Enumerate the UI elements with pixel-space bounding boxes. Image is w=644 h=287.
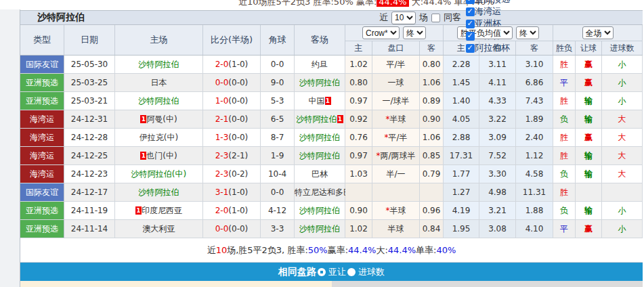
euro-home-odds-cell: 4.05	[444, 110, 479, 129]
table-row: 海湾运24-12-23沙特阿拉伯(中)2-3(0-2)10-4巴林1.03半/一…	[20, 165, 643, 183]
euro-away-odds-cell: 1.88	[516, 202, 553, 220]
euro-draw-odds-cell: 3.30	[479, 165, 516, 183]
subcol-goals: 进球数	[602, 41, 643, 55]
team-name: 澳大利亚	[143, 224, 175, 234]
match-count-select[interactable]: 10	[391, 12, 416, 24]
table-header: 类型 日期 主场 比分(半场) 角球 客场 Crow* 终 胜平负均值 终 全场…	[20, 25, 643, 56]
team-name: 沙特阿拉伯	[299, 206, 340, 215]
euro-home-odds-cell: 1.27	[444, 183, 479, 202]
left-gutter	[0, 9, 20, 287]
halftime-score: (0-2)	[228, 169, 248, 179]
score-cell: 0-0(0-0)	[203, 220, 261, 238]
handicap-result-value: 输	[584, 151, 593, 160]
result-cell: 平	[553, 74, 576, 92]
handicap-text: 半球	[388, 224, 404, 234]
team-name: 沙特阿拉伯	[299, 151, 340, 160]
subcol-asia-away: 客	[420, 41, 444, 55]
euro-away-odds-cell: 11.31	[516, 183, 553, 202]
asia-handicap-radio[interactable]	[318, 268, 326, 276]
halftime-score: (1-0)	[228, 187, 248, 197]
handicap-result-value: 输	[584, 96, 593, 106]
handicap-result-value: 赢	[584, 78, 593, 87]
team-title: 沙特阿拉伯	[20, 12, 85, 24]
competition-checkbox[interactable]	[466, 20, 475, 28]
away-team-cell: 沙特阿拉伯	[295, 202, 345, 220]
competition-checkbox[interactable]	[466, 44, 475, 53]
competition-checkbox[interactable]	[466, 32, 475, 41]
away-team-cell: 约旦	[295, 56, 345, 74]
europe-final-select[interactable]: 终	[516, 26, 539, 39]
asia-home-odds-cell: 0.97	[345, 92, 372, 110]
subcol-handicap: 盘口	[372, 41, 420, 55]
red-card-icon: 1	[140, 115, 146, 123]
competition-checkbox[interactable]	[466, 7, 475, 16]
team-name: 沙特阿拉伯	[139, 96, 179, 106]
halftime-score: (0-0)	[228, 133, 248, 142]
asia-handicap-radio-label: 亚让	[328, 266, 346, 278]
competition-label: 亚洲预选	[475, 0, 510, 5]
league-badge: 海湾运	[20, 110, 64, 129]
handicap-text: 一/球半	[382, 96, 409, 106]
top-stats-line: 近10场胜5平2负3 胜率:50% 赢率:44.4% 大:44.4% 单率:40…	[0, 0, 644, 9]
halftime-score: (0-0)	[228, 224, 248, 234]
euro-draw-odds-cell: 3.08	[479, 220, 516, 238]
col-header-type: 类型	[20, 25, 64, 55]
euro-draw-odds-cell: 4.11	[479, 74, 516, 92]
same-away-checkbox[interactable]	[431, 14, 440, 22]
summary-segment: 10	[216, 245, 228, 255]
asia-home-odds-cell: 1.02	[345, 56, 372, 74]
bottom-strip-right	[332, 281, 643, 287]
goals-value: 大	[618, 114, 626, 124]
asia-away-odds-cell: 1.06	[420, 74, 444, 92]
halftime-score: (1-0)	[228, 206, 248, 215]
table-row: 海湾运24-12-251也门(中)2-3(2-1)1-9沙特阿拉伯0.97*两/…	[20, 147, 643, 165]
handicap-result-cell: 赢	[576, 74, 602, 92]
team-name: 巴林	[312, 169, 328, 179]
away-team-cell: 沙特阿拉伯1	[295, 110, 345, 129]
asia-final-select[interactable]: 终	[403, 26, 426, 39]
competition-label: 海湾运	[475, 5, 501, 18]
asia-away-odds-cell	[420, 183, 444, 202]
euro-away-odds-cell: 2.40	[516, 129, 553, 147]
score-cell: 1-0(0-0)	[203, 92, 261, 110]
euro-home-odds-cell: 1.95	[444, 220, 479, 238]
handicap-text: 半球	[390, 206, 406, 215]
result-value: 负	[560, 206, 568, 215]
top-stats-segment: 近10场胜5平2负3 胜率:50% 赢率:	[238, 0, 377, 7]
league-badge: 亚洲预选	[20, 220, 64, 238]
euro-away-odds-cell: 4.10	[516, 220, 553, 238]
red-card-icon: 1	[140, 152, 146, 160]
bookmaker-select[interactable]: Crow*	[362, 26, 400, 39]
result-value: 平	[560, 224, 568, 234]
competition-checkbox[interactable]	[466, 0, 475, 4]
euro-draw-odds-cell: 3.21	[479, 202, 516, 220]
handicap-result-cell: 输	[576, 165, 602, 183]
score-cell: 2-0(1-0)	[203, 56, 261, 74]
team-name: 印度尼西亚	[142, 206, 182, 215]
handicap-cell: 平/半	[372, 56, 420, 74]
result-cell: 胜	[553, 183, 576, 202]
goals-value: 小	[618, 78, 626, 87]
score-cell: 1-3(0-0)	[203, 129, 261, 147]
scope-select[interactable]: 全场	[582, 26, 614, 39]
goals-radio[interactable]	[347, 268, 356, 276]
summary-segment: 40%	[436, 245, 456, 255]
handicap-cell: 一球	[372, 74, 420, 92]
table-row: 海湾运24-12-311阿曼(中)2-1(0-0)6-5沙特阿拉伯10.92*半…	[20, 110, 643, 129]
near-label: 近	[379, 12, 388, 24]
handicap-result-value: 输	[584, 206, 593, 215]
fulltime-score: 0-0	[215, 78, 229, 87]
home-team-cell: 1印度尼西亚	[115, 202, 203, 220]
home-team-cell: 1也门(中)	[115, 147, 203, 165]
league-badge: 国际友谊	[20, 56, 64, 74]
euro-home-odds-cell: 17.31	[444, 147, 479, 165]
date-cell: 24-12-31	[64, 110, 115, 129]
handicap-result-cell: 输	[576, 202, 602, 220]
handicap-result-cell: 赢	[576, 129, 602, 147]
red-card-icon: 1	[337, 115, 343, 123]
handicap-result-value: 输	[584, 114, 593, 124]
goals-cell: 小	[602, 92, 643, 110]
asia-home-odds-cell: 0.90	[345, 202, 372, 220]
red-card-icon: 1	[135, 206, 142, 215]
games-label: 场	[419, 12, 428, 24]
